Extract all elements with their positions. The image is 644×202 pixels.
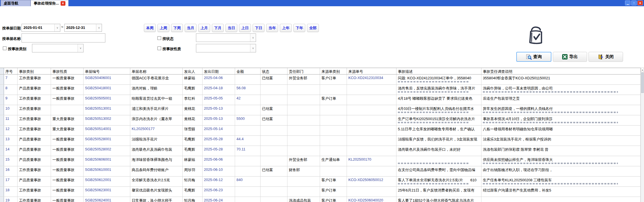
grid-cell[interactable]: 42 xyxy=(235,95,261,105)
column-header[interactable]: 序号 xyxy=(4,68,18,74)
grid-cell[interactable]: 18 xyxy=(4,187,18,197)
grid-cell[interactable]: 工作质量事故 xyxy=(18,187,51,197)
quick-date-button[interactable]: 全部 xyxy=(307,24,319,32)
row-selector[interactable] xyxy=(0,95,4,105)
grid-cell[interactable] xyxy=(235,75,261,84)
grid-cell[interactable]: 一般质量事故 xyxy=(51,85,84,95)
grid-cell[interactable]: 2025-05-28 xyxy=(202,146,235,156)
grid-cell[interactable] xyxy=(261,136,287,146)
row-selector[interactable] xyxy=(0,136,4,146)
grid-cell[interactable]: 林蒙福 xyxy=(183,75,202,84)
grid-cell[interactable]: 外贸业务部 xyxy=(287,156,320,166)
grid-cell[interactable]: SGB250606001 xyxy=(84,156,130,166)
table-row[interactable]: 14产品质量事故一般质量事故SGB250528002涤尚吸色片及洗碗巾包装毛鹰辉… xyxy=(0,146,641,156)
grid-cell[interactable]: KL202500170 xyxy=(347,156,396,166)
grid-cell[interactable]: 客人下单清水全溶解无香洗衣片2.5克/片 610 xyxy=(396,177,481,186)
grid-cell[interactable]: 一般质量事故 xyxy=(51,187,84,197)
date-from-combobox[interactable]: 2025-01-01 ∨ xyxy=(22,24,60,32)
quick-date-button[interactable]: 下周 xyxy=(171,24,183,32)
grid-cell[interactable]: 事故基本情况:4月10日，企划部门接到浪莎 xyxy=(481,115,641,125)
table-row[interactable]: 16工作质量事故一般质量事故SGB250610001商品条码年费付错账户周珍羽2… xyxy=(0,166,641,177)
column-header[interactable]: 金额 xyxy=(235,68,261,74)
grid-cell[interactable]: 馨宜优品吸色片发现胶头 xyxy=(130,187,183,197)
grid-cell[interactable] xyxy=(320,166,347,176)
quick-date-button[interactable]: 当日 xyxy=(225,24,237,32)
grid-cell[interactable]: SGB250406001 xyxy=(84,75,130,84)
grid-cell[interactable]: 产品质量事故 xyxy=(18,156,51,166)
grid-cell[interactable]: 工作质量事故 xyxy=(18,197,51,202)
grid-cell[interactable]: 法嗦啦洗手花片 xyxy=(130,136,183,146)
select-all-gutter[interactable] xyxy=(0,68,4,74)
grid-cell[interactable]: 8 xyxy=(4,85,18,95)
column-header[interactable]: 事故类别 xyxy=(18,68,51,74)
date-to-combobox[interactable]: 2025-12-31 ∨ xyxy=(64,24,102,32)
grid-cell[interactable] xyxy=(320,146,347,156)
grid-cell[interactable] xyxy=(287,115,320,125)
grid-cell[interactable]: 洗碗巾异味，公司一直未查明原因，由公司 xyxy=(481,85,641,95)
grid-cell[interactable]: 5500 xyxy=(235,115,261,125)
row-selector[interactable] xyxy=(0,166,4,176)
vertical-scrollbar[interactable]: ▲ xyxy=(641,68,644,202)
grid-cell[interactable]: 7 xyxy=(4,75,18,84)
grid-cell[interactable]: 2025-05-14 xyxy=(202,126,235,135)
grid-cell[interactable]: 客户订单 xyxy=(320,187,347,197)
quick-date-button[interactable]: 下年 xyxy=(293,24,305,32)
grid-cell[interactable]: 一般质量事故 xyxy=(51,166,84,176)
chevron-down-icon[interactable]: ∨ xyxy=(78,44,83,52)
grid-cell[interactable] xyxy=(261,146,287,156)
grid-cell[interactable]: 4月03日一楼制片车间配料人员钱名付在搅浑水 xyxy=(396,105,481,115)
grid-cell[interactable]: KL202500177 xyxy=(130,126,183,135)
grid-cell[interactable]: 客户订单 xyxy=(320,197,347,202)
doc-name-input[interactable] xyxy=(22,33,105,42)
grid-cell[interactable] xyxy=(347,166,396,176)
grid-cell[interactable]: 涤尚售后，反馈实惠装洗碗巾有异味，洗手薄片 xyxy=(396,85,481,95)
grid-cell[interactable]: SGB250623001 xyxy=(84,187,130,197)
grid-cell[interactable]: 客户订单 xyxy=(320,95,347,105)
grid-cell[interactable]: 浪莎内衣洗衣片（薰衣草 xyxy=(130,115,183,125)
grid-cell[interactable]: 已结案 xyxy=(261,115,287,125)
quick-date-button[interactable]: 上年 xyxy=(280,24,292,32)
grid-cell[interactable]: 9 xyxy=(4,95,18,105)
grid-cell[interactable]: 已结案 xyxy=(261,166,287,176)
column-header[interactable]: 单据名称 xyxy=(130,68,183,74)
grid-cell[interactable]: 邹月梅 xyxy=(183,197,202,202)
grid-cell[interactable] xyxy=(320,126,347,135)
grid-cell[interactable]: KCO-XD2412310034 xyxy=(347,75,396,84)
restore-icon[interactable]: □ xyxy=(631,1,637,5)
grid-cell[interactable]: 李红科 xyxy=(183,95,202,105)
grid-cell[interactable] xyxy=(287,177,320,186)
grid-cell[interactable]: 重大质量事故 xyxy=(51,126,84,135)
grid-cell[interactable]: 后道生产包装管理之责 xyxy=(481,95,641,105)
grid-cell[interactable] xyxy=(347,85,396,95)
grid-cell[interactable] xyxy=(287,136,320,146)
grid-cell[interactable]: 2025-05-13 xyxy=(202,115,235,125)
status-filter-checkbox[interactable] xyxy=(157,36,161,40)
category-filter-checkbox[interactable] xyxy=(3,46,7,50)
grid-cell[interactable]: 2025-06-10 xyxy=(202,166,235,176)
grid-cell[interactable]: 一般质量事故 xyxy=(51,197,84,202)
grid-cell[interactable] xyxy=(320,115,347,125)
grid-cell[interactable]: 给顾客送货过去其中一箱 xyxy=(130,95,183,105)
grid-cell[interactable]: 44.4 xyxy=(235,136,261,146)
row-selector[interactable] xyxy=(0,156,4,166)
grid-cell[interactable]: 一般质量事故 xyxy=(51,177,84,186)
grid-cell[interactable]: 生产通知单 xyxy=(320,156,347,166)
grid-cell[interactable] xyxy=(261,197,287,202)
grid-cell[interactable] xyxy=(347,95,396,105)
grid-cell[interactable]: 海洋味留香珠裸珠颜色与 xyxy=(130,156,183,166)
grid-cell[interactable]: 70.11 xyxy=(235,146,261,156)
table-row[interactable]: 10工作质量事故SGB250513001浦江和美洗手花片裸片黄桃花2025-05… xyxy=(0,105,641,115)
grid-cell[interactable]: 外贸业务部 xyxy=(287,75,320,84)
grid-cell[interactable]: 4月18号 嘟嘟顾客那边缺货了 要求我们送黄色 xyxy=(396,95,481,105)
grid-cell[interactable] xyxy=(396,156,481,166)
grid-cell[interactable]: 毛鹰辉 xyxy=(183,136,202,146)
grid-cell[interactable] xyxy=(235,187,261,197)
grid-cell[interactable] xyxy=(261,156,287,166)
grid-cell[interactable]: 浦江和美洗手花片裸片 xyxy=(130,105,183,115)
nature-filter-checkbox[interactable] xyxy=(157,46,161,50)
grid-cell[interactable] xyxy=(261,187,287,197)
column-header[interactable]: 单据编号 xyxy=(84,68,130,74)
row-selector[interactable] xyxy=(0,197,4,202)
grid-cell[interactable]: SGB250610001 xyxy=(84,166,130,176)
quick-date-button[interactable]: 当年 xyxy=(266,24,278,32)
